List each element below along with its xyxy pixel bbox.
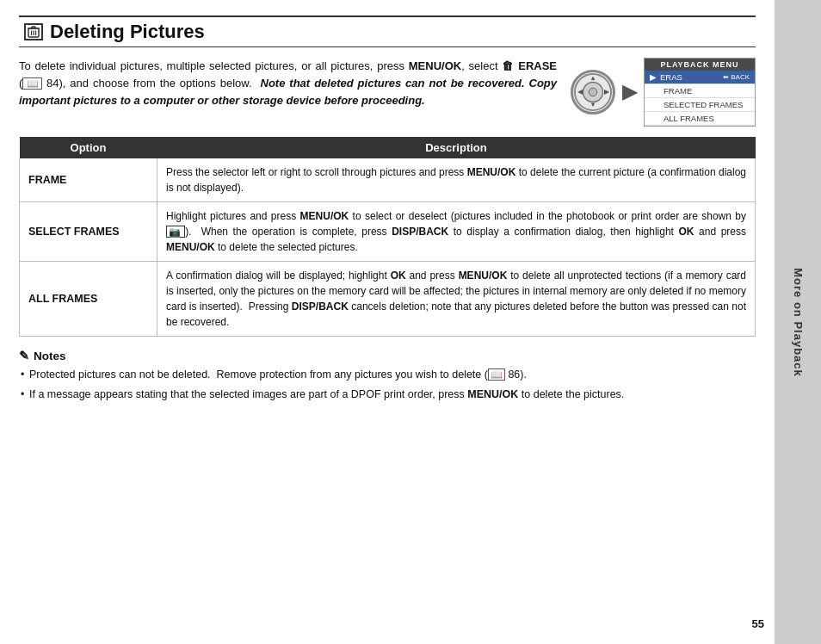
svg-text:▲: ▲ (590, 74, 596, 82)
eras-label: ERAS (660, 72, 682, 82)
svg-text:▼: ▼ (590, 101, 596, 108)
menu-ok-ref1: MENU/OK (409, 59, 461, 72)
camera-graphic: ▲ ▼ ◀ ▶ ▶ PLAYBACK MENU ▶ ERAS ⬅ BACK (571, 58, 756, 127)
frame-label: FRAME (664, 86, 692, 96)
menu-mockup: PLAYBACK MENU ▶ ERAS ⬅ BACK FRAME SELECT… (644, 58, 756, 127)
table-row: FRAME Press the selector left or right t… (20, 158, 756, 202)
main-content: Deleting Pictures To delete individual p… (0, 0, 775, 644)
notes-section: ✎ Notes Protected pictures can not be de… (19, 349, 756, 404)
arrow-right-icon: ▶ (622, 81, 637, 103)
table-header-row: Option Description (20, 137, 756, 158)
intro-section: To delete individual pictures, multiple … (19, 58, 756, 127)
menu-item-frame: FRAME (645, 84, 755, 98)
eras-icon: ▶ (650, 72, 657, 82)
trash-icon (24, 23, 43, 40)
menu-item-eras: ▶ ERAS ⬅ BACK (645, 71, 755, 84)
options-table: Option Description FRAME Press the selec… (19, 137, 756, 337)
note-item-1: Protected pictures can not be deleted. R… (19, 367, 756, 383)
disp-back-bold2: DISP/BACK (292, 300, 349, 313)
menu-ok-bold: MENU/OK (467, 166, 516, 178)
notes-heading: Notes (34, 350, 66, 362)
menu-ok-bold2: MENU/OK (300, 210, 349, 222)
svg-point-10 (589, 88, 597, 96)
menu-ok-bold5: MENU/OK (467, 388, 518, 400)
right-sidebar: More on Playback (775, 0, 821, 644)
back-label: ⬅ BACK (723, 73, 750, 81)
desc-select-frames: Highlight pictures and press MENU/OK to … (157, 202, 756, 262)
notes-icon: ✎ (19, 349, 29, 362)
description-column-header: Description (157, 137, 756, 158)
note-item-2: If a message appears stating that the se… (19, 387, 756, 403)
photobook-icon: 📷 (166, 226, 185, 238)
menu-item-all-frames: ALL FRAMES (645, 112, 755, 126)
ok-bold: OK (679, 226, 694, 238)
camera-selector-button: ▲ ▼ ◀ ▶ (571, 70, 615, 115)
option-column-header: Option (20, 137, 157, 158)
page-title: Deleting Pictures (50, 21, 205, 43)
page-ref1: 📖 (22, 77, 42, 90)
page-ref2: 📖 (488, 368, 505, 381)
menu-ok-bold3: MENU/OK (166, 241, 215, 253)
svg-text:◀: ◀ (577, 88, 583, 96)
table-row: ALL FRAMES A confirmation dialog will be… (20, 262, 756, 337)
option-select-frames: SELECT FRAMES (20, 202, 157, 262)
menu-header: PLAYBACK MENU (645, 59, 755, 71)
option-frame: FRAME (20, 158, 157, 202)
desc-frame: Press the selector left or right to scro… (157, 158, 756, 202)
selected-frames-label: SELECTED FRAMES (664, 100, 743, 109)
option-all-frames: ALL FRAMES (20, 262, 157, 337)
svg-text:▶: ▶ (604, 88, 610, 96)
page-number: 55 (752, 617, 764, 630)
intro-text: To delete individual pictures, multiple … (19, 58, 557, 109)
menu-item-selected-frames: SELECTED FRAMES (645, 98, 755, 112)
table-row: SELECT FRAMES Highlight pictures and pre… (20, 202, 756, 262)
menu-ok-bold4: MENU/OK (459, 269, 508, 282)
all-frames-label: ALL FRAMES (664, 114, 714, 123)
page-container: Deleting Pictures To delete individual p… (0, 0, 821, 644)
disp-back-bold: DISP/BACK (392, 226, 448, 238)
title-bar: Deleting Pictures (19, 15, 756, 47)
warning-text: Note that deleted pictures can not be re… (19, 77, 557, 107)
notes-title: ✎ Notes (19, 349, 756, 362)
erase-icon-ref: 🗑 ERASE (502, 59, 557, 72)
ok-bold2: OK (391, 269, 406, 282)
sidebar-label: More on Playback (792, 268, 805, 377)
desc-all-frames: A confirmation dialog will be displayed;… (157, 262, 756, 337)
